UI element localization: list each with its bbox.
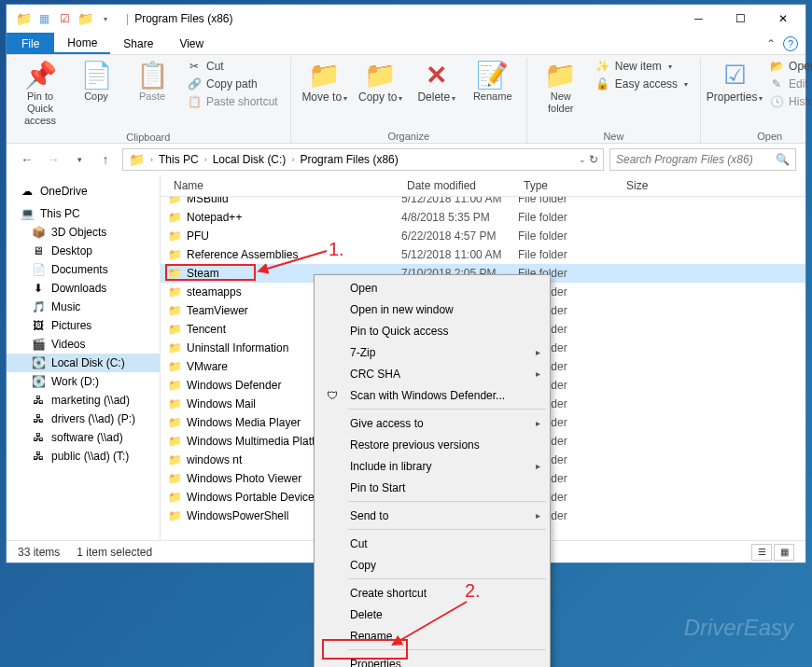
folder-icon: 📁	[168, 435, 187, 448]
ctx-include-in-library[interactable]: Include in library	[316, 455, 548, 477]
nav-item-downloads[interactable]: ⬇Downloads	[7, 279, 160, 298]
status-selected: 1 item selected	[77, 546, 152, 559]
file-row[interactable]: 📁Reference Assemblies5/12/2018 11:00 AMF…	[161, 245, 805, 264]
recent-button[interactable]: ▾	[68, 148, 91, 171]
ctx-label: Open in new window	[350, 303, 454, 316]
nav-item-this-pc[interactable]: 💻This PC	[7, 204, 160, 223]
nav-label: Music	[51, 300, 80, 313]
ctx-rename[interactable]: Rename	[316, 625, 548, 646]
properties-button[interactable]: ☑Properties▾	[708, 58, 761, 106]
qat-folder-icon[interactable]: 📁	[77, 11, 92, 26]
nav-item-work-d-[interactable]: 💽Work (D:)	[7, 372, 160, 391]
copy-path-button[interactable]: 🔗Copy path	[182, 76, 283, 92]
qat-props-icon[interactable]: ▦	[36, 11, 51, 26]
ctx-restore-previous-versions[interactable]: Restore previous versions	[316, 434, 548, 455]
nav-item-pictures[interactable]: 🖼Pictures	[7, 316, 160, 335]
nav-item-drivers-ad-p-[interactable]: 🖧drivers (\\ad) (P:)	[7, 410, 160, 428]
file-row[interactable]: 📁MSBuild5/12/2018 11:00 AMFile folder	[161, 197, 805, 208]
ctx-pin-to-quick-access[interactable]: Pin to Quick access	[316, 320, 548, 341]
close-button[interactable]: ✕	[762, 5, 804, 33]
view-details-icon[interactable]: ☰	[751, 544, 772, 561]
ctx-send-to[interactable]: Send to	[316, 505, 548, 526]
ctx-open-in-new-window[interactable]: Open in new window	[316, 299, 548, 320]
refresh-icon[interactable]: ↻	[589, 153, 598, 166]
ctx-label: Pin to Quick access	[350, 325, 448, 338]
history-button[interactable]: 🕓History	[764, 93, 812, 110]
ctx-crc-sha[interactable]: CRC SHA	[316, 363, 548, 384]
file-name: Reference Assemblies	[187, 248, 401, 261]
file-type: File folder	[518, 229, 621, 243]
edit-button[interactable]: ✎Edit	[764, 76, 812, 92]
paste-shortcut-button[interactable]: 📋Paste shortcut	[182, 93, 283, 110]
minimize-button[interactable]: ─	[678, 5, 720, 33]
search-icon[interactable]: 🔍	[776, 153, 790, 166]
crumb-progfiles[interactable]: Program Files (x86)	[296, 153, 401, 166]
col-size[interactable]: Size	[621, 179, 653, 192]
crumb-thispc[interactable]: This PC	[155, 153, 203, 166]
qat-check-icon[interactable]: ☑	[57, 11, 72, 26]
copy-button[interactable]: 📄Copy	[70, 58, 122, 105]
ctx-7-zip[interactable]: 7-Zip	[316, 341, 548, 363]
up-button[interactable]: ↑	[94, 148, 117, 171]
menu-share[interactable]: Share	[110, 33, 166, 54]
move-to-button[interactable]: 📁Move to▾	[299, 58, 351, 106]
ctx-separator	[348, 501, 546, 502]
nav-item-3d-objects[interactable]: 📦3D Objects	[7, 223, 160, 242]
ctx-delete[interactable]: Delete	[316, 604, 548, 625]
file-row[interactable]: 📁PFU6/22/2018 4:57 PMFile folder	[161, 227, 805, 245]
ctx-copy[interactable]: Copy	[316, 554, 548, 576]
new-item-button[interactable]: ✨New item▾	[591, 58, 693, 75]
cut-button[interactable]: ✂Cut	[182, 58, 283, 75]
menu-file[interactable]: File	[7, 33, 54, 54]
nav-item-videos[interactable]: 🎬Videos	[7, 335, 160, 354]
pin-quick-access-button[interactable]: 📌Pin to Quick access	[14, 58, 66, 131]
new-folder-button[interactable]: 📁New folder	[535, 58, 587, 118]
nav-item-music[interactable]: 🎵Music	[7, 298, 160, 316]
crumb-c[interactable]: Local Disk (C:)	[209, 153, 290, 166]
easy-access-button[interactable]: 🔓Easy access▾	[591, 76, 693, 92]
open-group-label: Open	[708, 130, 812, 143]
ctx-properties[interactable]: Properties	[316, 653, 548, 667]
ctx-open[interactable]: Open	[316, 277, 548, 299]
col-type[interactable]: Type	[518, 179, 621, 192]
nav-item-desktop[interactable]: 🖥Desktop	[7, 242, 160, 260]
nav-item-public-ad-t-[interactable]: 🖧public (\\ad) (T:)	[7, 447, 160, 466]
ctx-cut[interactable]: Cut	[316, 533, 548, 554]
folder-icon: 📁	[168, 267, 187, 280]
nav-icon: 🖥	[31, 244, 46, 257]
help-icon[interactable]: ?	[783, 36, 798, 51]
open-button[interactable]: 📂Open▾	[764, 58, 812, 75]
nav-item-local-disk-c-[interactable]: 💽Local Disk (C:)	[7, 354, 160, 372]
view-large-icon[interactable]: ▦	[774, 544, 794, 561]
nav-item-marketing-ad-[interactable]: 🖧marketing (\\ad)	[7, 391, 160, 410]
ctx-scan-with-windows-defender-[interactable]: 🛡Scan with Windows Defender...	[316, 384, 548, 406]
ctx-create-shortcut[interactable]: Create shortcut	[316, 582, 548, 604]
addr-dropdown-icon[interactable]: ⌄	[579, 155, 586, 164]
rename-button[interactable]: 📝Rename	[467, 58, 519, 105]
file-date: 5/12/2018 11:00 AM	[401, 248, 518, 261]
folder-icon: 📁	[168, 197, 187, 205]
nav-item-onedrive[interactable]: ☁OneDrive	[7, 182, 160, 201]
col-date[interactable]: Date modified	[401, 179, 518, 192]
delete-button[interactable]: ✕Delete▾	[411, 58, 463, 106]
titlebar-sep: |	[126, 12, 129, 25]
forward-button[interactable]: →	[42, 148, 64, 171]
search-input[interactable]: Search Program Files (x86) 🔍	[609, 148, 796, 171]
menu-view[interactable]: View	[166, 33, 217, 54]
nav-icon: 🖧	[31, 394, 46, 407]
ribbon-expand-icon[interactable]: ⌃	[766, 37, 776, 50]
ctx-give-access-to[interactable]: Give access to	[316, 412, 548, 434]
address-bar[interactable]: 📁› This PC› Local Disk (C:)› Program Fil…	[122, 148, 604, 171]
menu-home[interactable]: Home	[54, 33, 110, 54]
col-name[interactable]: Name	[168, 179, 401, 192]
nav-item-documents[interactable]: 📄Documents	[7, 260, 160, 279]
nav-item-software-ad-[interactable]: 🖧software (\\ad)	[7, 428, 160, 447]
ctx-pin-to-start[interactable]: Pin to Start	[316, 477, 548, 498]
file-type: File folder	[518, 197, 621, 205]
file-row[interactable]: 📁Notepad++4/8/2018 5:35 PMFile folder	[161, 208, 805, 227]
back-button[interactable]: ←	[16, 148, 38, 171]
maximize-button[interactable]: ☐	[720, 5, 762, 33]
copy-to-button[interactable]: 📁Copy to▾	[355, 58, 407, 106]
qat-dropdown-icon[interactable]: ▾	[98, 11, 113, 26]
paste-button[interactable]: 📋Paste	[126, 58, 178, 105]
